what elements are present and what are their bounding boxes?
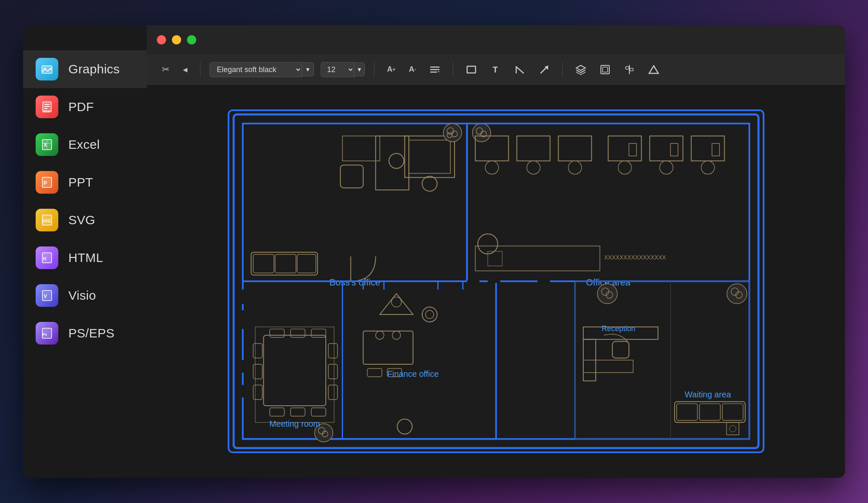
font-select[interactable]: Elegant soft black <box>210 62 302 77</box>
sidebar: Graphics PDF PDF X Excel <box>23 25 147 478</box>
svg-rect-0 <box>42 66 52 73</box>
excel-icon: X <box>36 133 58 156</box>
ppt-icon: P <box>36 171 58 194</box>
floor-plan-svg: Boss's office <box>229 111 763 451</box>
sidebar-item-ppt[interactable]: P PPT <box>23 163 147 201</box>
toolbar-separator-1 <box>200 62 200 77</box>
svg-text:P: P <box>44 180 47 186</box>
sidebar-item-visio[interactable]: V Visio <box>23 277 147 314</box>
svg-rect-139 <box>242 314 245 329</box>
canvas-area[interactable]: Boss's office <box>147 85 845 478</box>
svg-text:XXXXXXXXXXXXXXXX: XXXXXXXXXXXXXXXX <box>604 254 666 261</box>
sidebar-item-svg[interactable]: SVG SVG <box>23 201 147 239</box>
fullscreen-button[interactable] <box>187 35 196 44</box>
svg-text:Boss's office: Boss's office <box>329 277 380 288</box>
arrow-tool-button[interactable] <box>535 62 553 78</box>
pdf-icon: PDF <box>36 96 58 118</box>
svg-text:T: T <box>493 65 498 74</box>
toolbar-separator-4 <box>562 62 563 77</box>
align-objects-button[interactable] <box>621 62 638 78</box>
sidebar-item-pseps[interactable]: Ps PS/EPS <box>23 314 147 352</box>
svg-point-112 <box>597 284 617 304</box>
pseps-icon: Ps <box>36 322 58 345</box>
svg-text:Reception: Reception <box>602 324 635 333</box>
sidebar-label-svg: SVG <box>68 213 95 227</box>
font-dropdown-button[interactable]: ▾ <box>302 62 314 76</box>
sidebar-label-excel: Excel <box>68 137 100 152</box>
svg-point-37 <box>443 124 462 142</box>
svg-rect-134 <box>242 385 244 398</box>
main-window: Graphics PDF PDF X Excel <box>23 25 845 478</box>
sidebar-item-html[interactable]: H HTML <box>23 239 147 277</box>
graphics-icon <box>36 58 58 80</box>
back-button[interactable]: ◂ <box>179 62 191 78</box>
svg-text:PDF: PDF <box>44 109 50 113</box>
decrease-font-button[interactable]: A- <box>405 62 419 76</box>
html-icon: H <box>36 246 58 269</box>
sidebar-label-pdf: PDF <box>68 100 94 114</box>
font-size-dropdown-button[interactable]: ▾ <box>354 62 365 76</box>
svg-text:X: X <box>44 142 47 148</box>
svg-text:SVG: SVG <box>42 219 51 223</box>
visio-icon: V <box>36 284 58 307</box>
rect-tool-button[interactable] <box>463 62 480 78</box>
layers-button[interactable] <box>572 62 590 78</box>
toolbar-separator-2 <box>374 62 374 77</box>
floor-plan[interactable]: Boss's office <box>228 109 764 453</box>
align-text-button[interactable] <box>426 62 444 78</box>
sidebar-label-visio: Visio <box>68 288 96 303</box>
font-size-select[interactable]: 12 <box>321 62 354 77</box>
sidebar-item-excel[interactable]: X Excel <box>23 126 147 163</box>
triangle-button[interactable] <box>645 62 663 78</box>
sidebar-label-pseps: PS/EPS <box>68 326 114 340</box>
svg-rect-25 <box>630 68 633 71</box>
svg-icon: SVG <box>36 209 58 231</box>
sidebar-item-graphics[interactable]: Graphics <box>23 50 147 88</box>
main-content: ✂ ◂ Elegant soft black ▾ 12 ▾ A+ A- <box>147 25 845 478</box>
svg-text:Meeting room: Meeting room <box>269 419 320 428</box>
minimize-button[interactable] <box>172 35 181 44</box>
increase-font-button[interactable]: A+ <box>384 62 399 76</box>
angle-tool-button[interactable] <box>511 62 529 78</box>
toolbar-separator-3 <box>453 62 453 77</box>
title-bar <box>147 25 845 54</box>
svg-rect-19 <box>467 66 476 73</box>
svg-text:Finance office: Finance office <box>387 369 439 379</box>
svg-rect-21 <box>601 65 609 74</box>
svg-rect-137 <box>538 280 550 283</box>
sidebar-item-pdf[interactable]: PDF PDF <box>23 88 147 126</box>
svg-text:Waiting area: Waiting area <box>684 390 731 399</box>
text-tool-button[interactable]: T <box>487 62 504 78</box>
font-select-group: Elegant soft black ▾ <box>210 62 314 77</box>
sidebar-label-html: HTML <box>68 251 103 265</box>
svg-rect-138 <box>242 290 245 304</box>
svg-rect-135 <box>467 280 479 283</box>
sidebar-label-ppt: PPT <box>68 175 93 189</box>
svg-rect-22 <box>603 67 608 72</box>
svg-text:V: V <box>44 293 47 299</box>
svg-rect-136 <box>488 280 500 283</box>
svg-rect-133 <box>242 360 244 373</box>
svg-point-121 <box>727 284 747 304</box>
svg-text:H: H <box>43 257 46 261</box>
frame-button[interactable] <box>596 62 614 78</box>
svg-text:Ps: Ps <box>42 332 47 337</box>
scissors-button[interactable]: ✂ <box>159 62 173 78</box>
close-button[interactable] <box>157 35 166 44</box>
toolbar: ✂ ◂ Elegant soft black ▾ 12 ▾ A+ A- <box>147 54 845 85</box>
svg-rect-24 <box>626 67 629 69</box>
sidebar-label-graphics: Graphics <box>68 62 120 76</box>
font-size-group: 12 ▾ <box>321 62 365 77</box>
